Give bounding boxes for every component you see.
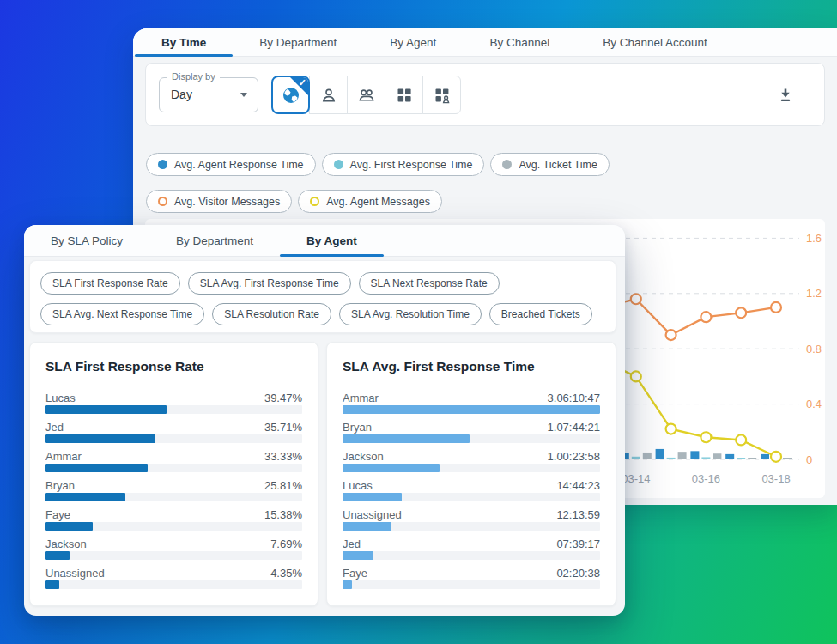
reports-tab-by-channel-account[interactable]: By Channel Account [576, 28, 734, 56]
metric-rows: Lucas39.47%Jed35.71%Ammar33.33%Bryan25.8… [45, 392, 302, 589]
agent-name: Jackson [45, 538, 87, 550]
agent-name: Lucas [45, 392, 76, 404]
bar-fill [45, 493, 125, 501]
bar-fill [343, 551, 373, 560]
tab-label: By Department [176, 234, 253, 247]
metric-row-header: Unassigned12:13:59 [343, 509, 600, 522]
filter-chip-breached-tickets[interactable]: Breached Tickets [489, 303, 592, 325]
bar-fill [343, 493, 402, 501]
legend-chip-avg-agent-messages[interactable]: Avg. Agent Messages [298, 190, 442, 213]
chevron-down-icon [240, 93, 247, 97]
reports-tabbar: By TimeBy DepartmentBy AgentBy ChannelBy… [133, 28, 837, 57]
legend-chip-avg-ticket-time[interactable]: Avg. Ticket Time [490, 153, 609, 176]
metric-row-header: Lucas39.47% [45, 392, 302, 405]
metric-row-header: Lucas14:44:23 [343, 480, 600, 493]
grid-person-view-button[interactable] [422, 76, 461, 114]
agent-name: Jed [343, 538, 361, 550]
bar-track [343, 522, 600, 531]
people-icon [356, 85, 377, 106]
tab-label: By Department [259, 36, 337, 49]
sla-tab-by-department[interactable]: By Department [149, 225, 280, 256]
metric-row-header: Ammar3.06:10:47 [343, 392, 600, 405]
tab-label: By Agent [306, 234, 357, 247]
metric-row-lucas: Lucas39.47% [45, 392, 302, 414]
reports-tab-by-channel[interactable]: By Channel [463, 28, 576, 56]
agent-name: Bryan [343, 422, 372, 434]
filter-chip-sla-first-response-rate[interactable]: SLA First Response Rate [40, 272, 180, 295]
metric-row-header: Unassigned4.35% [45, 568, 302, 580]
sla-tabbar: By SLA PolicyBy DepartmentBy Agent [24, 225, 625, 257]
grid-icon [394, 85, 415, 106]
metric-row-header: Faye02:20:38 [343, 568, 600, 580]
filter-chip-sla-avg-next-response-time[interactable]: SLA Avg. Next Response Time [40, 303, 204, 325]
reports-tab-by-time[interactable]: By Time [135, 28, 233, 56]
metric-value: 7.69% [270, 538, 302, 550]
sla-reports-card: By SLA PolicyBy DepartmentBy Agent SLA F… [24, 225, 625, 616]
reports-tab-by-department[interactable]: By Department [233, 28, 363, 56]
legend-chip-avg-first-response-time[interactable]: Avg. First Response Time [322, 153, 485, 176]
display-by-select[interactable]: Display by Day [159, 77, 258, 112]
metric-row-faye: Faye02:20:38 [343, 568, 600, 589]
filter-chip-sla-resolution-rate[interactable]: SLA Resolution Rate [212, 303, 331, 325]
sla-tab-by-agent[interactable]: By Agent [280, 225, 384, 256]
metric-row-bryan: Bryan1.07:44:21 [343, 422, 600, 443]
legend-chip-avg-agent-response-time[interactable]: Avg. Agent Response Time [146, 153, 316, 176]
tab-label: By Time [161, 36, 206, 49]
agent-name: Unassigned [45, 568, 105, 580]
bar-fill [343, 464, 440, 472]
bar-track [45, 493, 302, 501]
bar-track [45, 405, 302, 414]
bar-track [343, 405, 600, 414]
grid-view-button[interactable] [385, 76, 423, 114]
check-icon: ✓ [299, 77, 306, 88]
legend-chip-avg-visitor-messages[interactable]: Avg. Visitor Messages [146, 190, 292, 213]
bar-fill [343, 434, 470, 443]
bar-fill [343, 522, 391, 531]
metric-row-unassigned: Unassigned12:13:59 [343, 509, 600, 531]
filter-chip-sla-avg-resolution-time[interactable]: SLA Avg. Resolution Time [339, 303, 482, 325]
tab-label: By Agent [390, 36, 436, 49]
agent-name: Faye [45, 509, 70, 521]
legend-chip-label: Avg. Ticket Time [519, 159, 597, 171]
metric-row-header: Jackson1.00:23:58 [343, 451, 600, 464]
metric-row-header: Bryan25.81% [45, 480, 302, 493]
sla-avg-first-response-time-panel: SLA Avg. First Response Time Ammar3.06:1… [326, 342, 616, 606]
filter-chip-sla-avg-first-response-time[interactable]: SLA Avg. First Response Time [188, 272, 351, 295]
metric-value: 12:13:59 [556, 509, 600, 521]
download-button[interactable] [771, 76, 800, 114]
reports-tab-by-agent[interactable]: By Agent [363, 28, 463, 56]
bar-fill [343, 405, 600, 414]
metric-value: 14:44:23 [556, 480, 600, 492]
legend-chip-label: Avg. Agent Response Time [174, 159, 304, 171]
bar-track [343, 493, 600, 501]
metric-value: 33.33% [264, 451, 302, 463]
metric-value: 4.35% [270, 568, 302, 580]
bar-fill [45, 580, 59, 589]
metric-rows: Ammar3.06:10:47Bryan1.07:44:21Jackson1.0… [343, 392, 600, 589]
agent-name: Faye [343, 568, 367, 580]
bar-fill [45, 434, 155, 443]
metric-legend: Avg. Agent Response TimeAvg. First Respo… [146, 153, 747, 213]
team-view-button[interactable] [347, 76, 385, 114]
filter-chip-sla-next-response-rate[interactable]: SLA Next Response Rate [359, 272, 500, 295]
bar-track [343, 551, 600, 560]
bar-fill [45, 551, 70, 560]
metric-row-header: Bryan1.07:44:21 [343, 422, 600, 434]
legend-chip-label: Avg. Agent Messages [326, 196, 430, 208]
bar-track [45, 434, 302, 443]
view-switcher: ✓ [271, 76, 461, 114]
bar-fill [45, 522, 93, 531]
agent-name: Lucas [343, 480, 373, 492]
globe-view-button[interactable]: ✓ [271, 76, 310, 114]
tab-label: By Channel [489, 36, 549, 49]
metric-dot-icon [502, 160, 512, 169]
metric-row-header: Jed07:39:17 [343, 538, 600, 551]
metric-row-header: Faye15.38% [45, 509, 302, 522]
agent-name: Ammar [45, 451, 82, 463]
bar-track [343, 464, 600, 472]
sla-tab-by-sla-policy[interactable]: By SLA Policy [24, 225, 149, 256]
metric-row-header: Jed35.71% [45, 422, 302, 434]
bar-track [45, 580, 302, 589]
bar-track [45, 551, 302, 560]
agent-view-button[interactable] [309, 76, 348, 114]
